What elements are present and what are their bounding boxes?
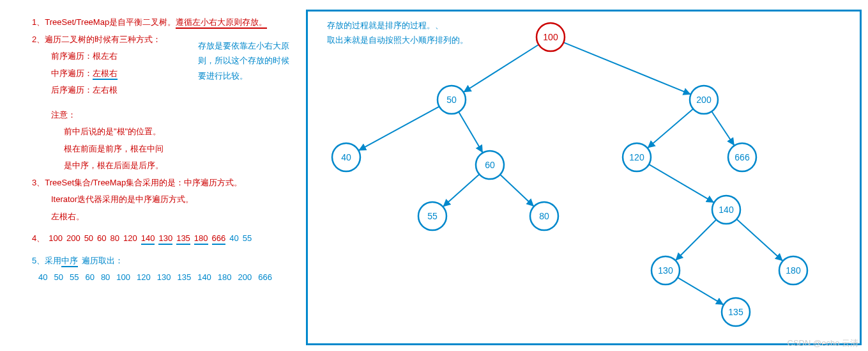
seq-item: 120 [123,233,137,243]
tree-node: 140 [712,196,740,224]
tree-node-label: 60 [485,160,495,170]
tree-edge [464,45,539,92]
tree-edge [676,220,717,261]
tree-svg: 4050556080100120130135140180200666 [308,12,860,343]
inorder-seq-item: 80 [101,272,110,282]
watermark: CSDN @echo 云清 [788,338,858,349]
tree-edge [500,175,534,207]
tree-node-label: 55 [427,211,438,221]
tree-node-label: 130 [658,265,673,276]
inorder-seq-item: 130 [157,272,171,282]
inorder-seq-item: 60 [85,272,94,282]
point-5-seq: 4050556080100120130135140180200666 [38,271,307,284]
tree-diagram-box: 存放的过程就是排序的过程。、 取出来就是自动按照大小顺序排列的。 4050556… [306,10,862,345]
seq-item: 200 [66,233,80,243]
tree-node: 666 [728,143,756,171]
inorder-seq-item: 666 [258,272,272,282]
tree-edge [648,109,694,148]
tree-node-label: 40 [341,152,351,162]
tree-node: 55 [418,202,446,230]
seq-item-blue: 40 [229,233,238,243]
note-title: 注意： [51,109,307,121]
tree-node: 40 [332,143,360,171]
tree-node-label: 135 [728,307,743,317]
tree-node: 120 [623,143,651,171]
p1-underlined: 遵循左小右大原则存放。 [176,17,267,29]
p1-text: 1、TreeSet/TreeMap是自平衡二叉树。 [32,17,176,27]
seq-item: 135 [176,233,190,245]
inorder-seq-item: 40 [38,272,47,282]
left-text-panel: 1、TreeSet/TreeMap是自平衡二叉树。遵循左小右大原则存放。 2、遍… [32,16,307,288]
point-3c: 左根右。 [51,210,307,223]
tree-node: 200 [690,86,718,114]
tree-edge [459,112,483,153]
seq-item-blue: 55 [243,233,252,243]
inorder-seq-item: 200 [238,272,252,282]
tree-node-label: 100 [543,32,558,42]
seq-item: 180 [194,233,208,245]
tree-node: 60 [476,151,504,179]
tree-edge [563,42,690,94]
inorder-seq-item: 100 [116,272,130,282]
seq-item: 100 [49,233,63,243]
inorder-seq-item: 120 [137,272,151,282]
inorder-val: 左根右 [93,68,118,80]
blue-side-note: 存放是要依靠左小右大原 则，所以这个存放的时候 要进行比较。 [198,38,294,83]
point-3b: Iterator迭代器采用的是中序遍历方式。 [51,193,307,206]
inorder-seq-item: 135 [177,272,191,282]
inorder-seq-item: 55 [70,272,79,282]
tree-node-label: 200 [696,95,712,105]
tree-node-label: 80 [539,211,549,221]
seq-item: 130 [158,233,172,245]
tree-node-label: 140 [719,205,734,215]
inorder-seq-item: 140 [197,272,211,282]
tree-node: 100 [537,23,565,51]
seq-item: 80 [110,233,119,243]
tree-node: 180 [779,256,807,285]
tree-node: 50 [438,86,466,114]
seq-item: 666 [212,233,226,245]
p4-prefix: 4、 [32,233,45,243]
point-3a: 3、TreeSet集合/TreeMap集合采用的是：中序遍历方式。 [32,176,307,189]
point-1: 1、TreeSet/TreeMap是自平衡二叉树。遵循左小右大原则存放。 [32,16,307,29]
inorder-prefix: 中序遍历： [51,68,93,78]
tree-edge [736,219,782,261]
tree-node-label: 180 [786,265,801,276]
tree-edge [443,175,479,207]
tree-edge [678,277,724,305]
p5-label: 5、采用中序遍历取出： [32,256,123,265]
blue-note-l1: 存放是要依靠左小右大原 [198,38,294,53]
note-2: 根在前面是前序，根在中间 [64,143,307,155]
tree-edge [649,164,714,203]
tree-node-label: 50 [446,95,457,105]
blue-note-l2: 则，所以这个存放的时候 [198,53,294,68]
tree-node-label: 666 [735,152,750,162]
note-1: 前中后说的是"根"的位置。 [64,125,307,138]
note-3: 是中序，根在后面是后序。 [64,159,307,172]
inorder-seq-item: 50 [54,272,63,282]
tree-node-label: 120 [629,152,644,162]
tree-edge [358,107,439,151]
postorder: 后序遍历：左右根 [51,84,307,97]
blue-note-l3: 要进行比较。 [198,68,294,83]
tree-edge [712,111,735,145]
seq-item: 140 [141,233,155,245]
point-4: 4、1002005060801201401301351806664055 [32,232,307,245]
tree-node: 130 [651,256,680,285]
seq-item: 60 [97,233,106,243]
tree-node: 135 [722,298,750,326]
tree-node: 80 [530,202,558,230]
seq-item: 50 [84,233,93,243]
point-5: 5、采用中序遍历取出： [32,254,307,267]
inorder-seq-item: 180 [218,272,232,282]
